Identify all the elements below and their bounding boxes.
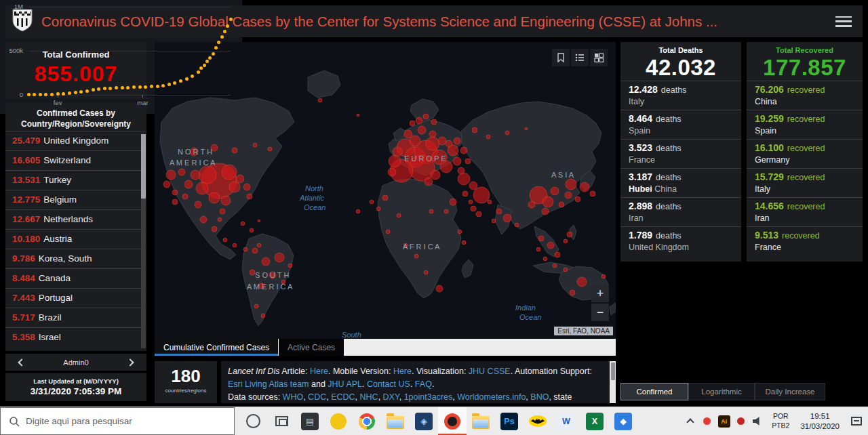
case-bubble[interactable]	[429, 131, 436, 138]
case-bubble[interactable]	[555, 252, 560, 257]
case-bubble[interactable]	[221, 196, 231, 205]
taskbar-search[interactable]	[0, 407, 235, 435]
case-bubble[interactable]	[163, 181, 170, 188]
task-view-button[interactable]	[267, 407, 296, 435]
case-bubble[interactable]	[515, 223, 519, 227]
case-bubble[interactable]	[462, 241, 466, 245]
blue-app-button[interactable]: ◈	[410, 407, 438, 435]
zoom-in-button[interactable]: +	[591, 285, 609, 302]
case-bubble[interactable]	[570, 290, 575, 295]
file-explorer-button[interactable]	[381, 407, 410, 435]
case-bubble[interactable]	[232, 148, 237, 153]
pinned-app-button[interactable]: ▤	[296, 407, 324, 435]
case-bubble[interactable]	[184, 180, 193, 188]
confirmed-country-row[interactable]: 16.605Switzerland	[5, 150, 146, 170]
case-bubble[interactable]	[567, 232, 572, 237]
footer-link[interactable]: WHO	[283, 392, 304, 402]
case-bubble[interactable]	[436, 285, 443, 292]
case-bubble[interactable]	[553, 264, 557, 268]
basemap-button[interactable]	[590, 49, 608, 66]
recovered-stat-row[interactable]: 16.100recoveredGermany	[747, 139, 863, 168]
case-bubble[interactable]	[416, 117, 422, 124]
tab-active-cases[interactable]: Active Cases	[279, 339, 344, 356]
tray-app-button[interactable]	[698, 407, 715, 435]
footer-link[interactable]: JHU CSSE	[469, 367, 511, 376]
case-bubble[interactable]	[465, 159, 471, 164]
case-bubble[interactable]	[543, 257, 547, 261]
confirmed-country-row[interactable]: 12.775Belgium	[5, 190, 146, 209]
footer-link[interactable]: ECDC	[331, 392, 355, 402]
recording-tray-button[interactable]	[732, 407, 749, 435]
case-bubble[interactable]	[196, 182, 208, 194]
case-bubble[interactable]	[370, 200, 374, 204]
case-bubble[interactable]	[450, 199, 456, 205]
notification-center-button[interactable]	[845, 407, 868, 435]
case-bubble[interactable]	[469, 182, 477, 190]
case-bubble[interactable]	[542, 196, 553, 207]
case-bubble[interactable]	[601, 274, 606, 278]
case-bubble[interactable]	[243, 247, 248, 251]
prev-page-button[interactable]	[18, 358, 25, 366]
footer-link[interactable]: Here	[310, 367, 328, 376]
death-stat-row[interactable]: 12.428deathsItaly	[620, 81, 741, 110]
chrome-button[interactable]	[353, 407, 381, 435]
recovered-stat-row[interactable]: 76.206recoveredChina	[747, 81, 863, 110]
case-bubble[interactable]	[575, 196, 580, 202]
confirmed-country-row[interactable]: 5.358Israel	[5, 327, 146, 347]
scrollbar-thumb[interactable]	[141, 134, 146, 199]
case-bubble[interactable]	[458, 230, 462, 234]
death-stat-row[interactable]: 8.464deathsSpain	[620, 110, 741, 139]
footer-link[interactable]: DXY	[383, 392, 399, 402]
case-bubble[interactable]	[243, 184, 250, 190]
recovered-stat-row[interactable]: 14.656recoveredIran	[747, 197, 863, 226]
case-bubble[interactable]	[429, 209, 433, 213]
case-bubble[interactable]	[460, 147, 467, 154]
case-bubble[interactable]	[547, 242, 554, 249]
case-bubble[interactable]	[209, 192, 220, 203]
cortana-button[interactable]	[239, 407, 267, 435]
case-bubble[interactable]	[253, 143, 257, 147]
case-bubble[interactable]	[488, 200, 492, 204]
sources-scrollbar[interactable]	[610, 361, 616, 403]
case-bubble[interactable]	[200, 216, 207, 223]
footer-link[interactable]: 1point3acres	[404, 392, 453, 402]
case-bubble[interactable]	[393, 147, 402, 157]
case-bubble[interactable]	[458, 173, 470, 185]
case-bubble[interactable]	[212, 226, 217, 232]
case-bubble[interactable]	[247, 194, 252, 199]
footer-link[interactable]: Esri Living Atlas team	[228, 379, 309, 389]
footer-link[interactable]: Contact US	[367, 379, 410, 389]
case-bubble[interactable]	[471, 206, 476, 211]
case-bubble[interactable]	[262, 257, 270, 266]
case-bubble[interactable]	[195, 201, 201, 208]
case-bubble[interactable]	[551, 187, 559, 195]
case-bubble[interactable]	[496, 209, 502, 214]
confirmed-country-row[interactable]: 8.484Canada	[5, 268, 146, 288]
case-bubble[interactable]	[376, 207, 380, 211]
case-bubble[interactable]	[241, 222, 245, 226]
list-scrollbar[interactable]	[141, 134, 146, 348]
word-button[interactable]: W	[552, 407, 580, 435]
case-bubble[interactable]	[424, 270, 428, 274]
case-bubble[interactable]	[486, 135, 490, 139]
case-bubble[interactable]	[431, 170, 440, 180]
case-bubble[interactable]	[476, 211, 481, 217]
photoshop-button[interactable]: Ps	[495, 407, 524, 435]
case-bubble[interactable]	[252, 248, 258, 253]
footer-link[interactable]: NHC	[360, 392, 378, 402]
case-bubble[interactable]	[382, 195, 388, 201]
case-bubble[interactable]	[446, 140, 452, 147]
tab-confirmed[interactable]: Confirmed	[620, 383, 688, 400]
legend-button[interactable]	[571, 49, 589, 66]
tab-logarithmic[interactable]: Logarithmic	[688, 383, 755, 400]
case-bubble[interactable]	[257, 243, 261, 247]
case-bubble[interactable]	[577, 277, 587, 287]
tray-expand-button[interactable]	[682, 407, 698, 435]
illustrator-tray-button[interactable]: Ai	[715, 407, 732, 435]
recovered-stat-row[interactable]: 15.729recoveredItaly	[747, 168, 863, 197]
case-bubble[interactable]	[236, 175, 244, 183]
case-bubble[interactable]	[410, 121, 415, 126]
recovered-stat-row[interactable]: 19.259recoveredSpain	[747, 110, 863, 139]
case-bubble[interactable]	[389, 155, 401, 167]
case-bubble[interactable]	[453, 157, 461, 165]
